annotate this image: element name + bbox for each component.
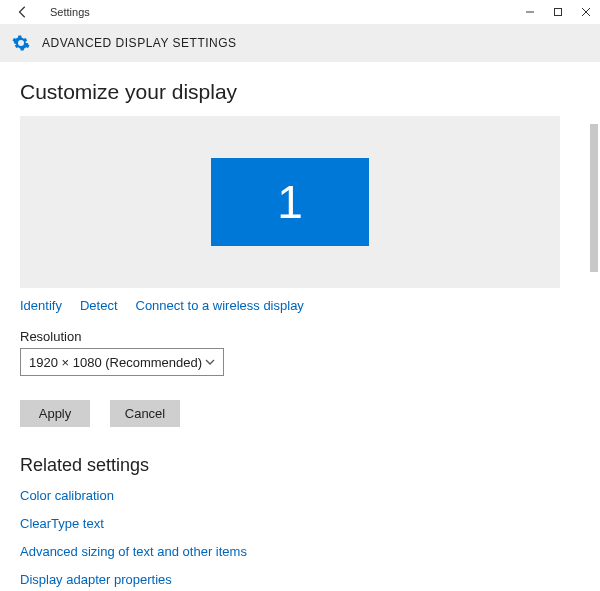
scrollbar-thumb[interactable]: [590, 124, 598, 272]
maximize-button[interactable]: [544, 0, 572, 24]
header-title: ADVANCED DISPLAY SETTINGS: [42, 36, 237, 50]
gear-icon: [12, 34, 30, 52]
connect-wireless-link[interactable]: Connect to a wireless display: [136, 298, 304, 313]
display-preview: 1: [20, 116, 560, 288]
button-row: Apply Cancel: [20, 400, 580, 427]
content-area: Customize your display 1 Identify Detect…: [0, 62, 600, 591]
titlebar: Settings: [0, 0, 600, 24]
window-controls: [516, 0, 600, 24]
apply-button[interactable]: Apply: [20, 400, 90, 427]
close-button[interactable]: [572, 0, 600, 24]
related-settings-title: Related settings: [20, 455, 580, 476]
chevron-down-icon: [205, 355, 215, 370]
detect-link[interactable]: Detect: [80, 298, 118, 313]
cleartype-text-link[interactable]: ClearType text: [20, 516, 580, 531]
cancel-button[interactable]: Cancel: [110, 400, 180, 427]
identify-link[interactable]: Identify: [20, 298, 62, 313]
header-bar: ADVANCED DISPLAY SETTINGS: [0, 24, 600, 62]
back-button[interactable]: [14, 3, 32, 21]
resolution-label: Resolution: [20, 329, 580, 344]
advanced-sizing-link[interactable]: Advanced sizing of text and other items: [20, 544, 580, 559]
page-title: Customize your display: [20, 80, 580, 104]
monitor-number: 1: [277, 175, 303, 229]
svg-rect-1: [555, 9, 562, 16]
minimize-button[interactable]: [516, 0, 544, 24]
monitor-tile[interactable]: 1: [211, 158, 369, 246]
window-title: Settings: [50, 6, 90, 18]
display-adapter-link[interactable]: Display adapter properties: [20, 572, 580, 587]
resolution-select[interactable]: 1920 × 1080 (Recommended): [20, 348, 224, 376]
resolution-value: 1920 × 1080 (Recommended): [29, 355, 202, 370]
color-calibration-link[interactable]: Color calibration: [20, 488, 580, 503]
display-actions-row: Identify Detect Connect to a wireless di…: [20, 298, 580, 313]
